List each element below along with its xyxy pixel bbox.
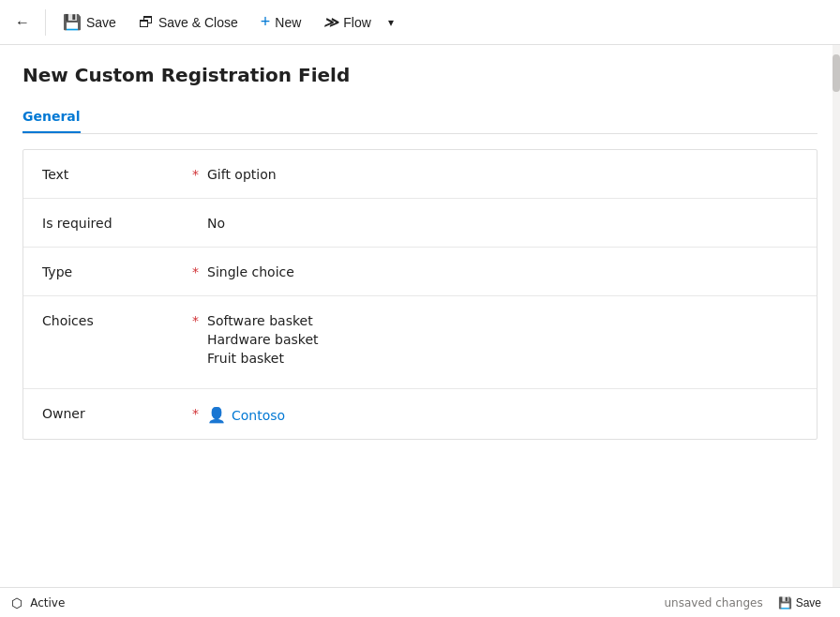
save-close-icon: 🗗 (139, 14, 154, 31)
field-value-is-required[interactable]: No (207, 214, 798, 231)
required-star-type: * (192, 263, 207, 279)
scrollbar-thumb[interactable] (832, 54, 840, 92)
status-left: ⬡ Active (11, 595, 65, 610)
status-save-icon: 💾 (778, 596, 792, 609)
scrollbar-track[interactable] (832, 45, 840, 587)
field-label-choices: Choices (42, 311, 192, 328)
back-icon: ← (15, 14, 30, 31)
form-row-owner: Owner * 👤 Contoso (23, 389, 817, 439)
status-save-button[interactable]: 💾 Save (771, 593, 829, 613)
tab-general[interactable]: General (22, 101, 81, 133)
choice-item-2: Fruit basket (207, 351, 798, 366)
status-indicator-icon: ⬡ (11, 595, 22, 610)
save-close-button[interactable]: 🗗 Save & Close (129, 8, 248, 37)
flow-chevron-button[interactable]: ▾ (384, 10, 398, 35)
field-label-owner: Owner (42, 404, 192, 421)
back-button[interactable]: ← (8, 8, 38, 38)
field-label-type: Type (42, 263, 192, 279)
save-label: Save (86, 15, 116, 30)
new-icon: + (261, 12, 271, 32)
save-close-label: Save & Close (158, 15, 238, 30)
field-value-owner[interactable]: 👤 Contoso (207, 404, 798, 424)
toolbar-divider (45, 9, 46, 36)
field-value-text[interactable]: Gift option (207, 165, 798, 182)
field-label-text: Text (42, 165, 192, 182)
owner-name: Contoso (232, 408, 285, 423)
status-save-label: Save (796, 596, 821, 609)
form-row-is-required: Is required No (23, 199, 817, 248)
required-star-text: * (192, 165, 207, 182)
page-wrapper: New Custom Registration Field General Te… (0, 45, 840, 587)
flow-icon: ≫ (323, 14, 338, 31)
flow-button[interactable]: ≫ Flow (314, 8, 381, 37)
form-section: Text * Gift option Is required No Type *… (22, 149, 818, 440)
status-right: unsaved changes 💾 Save (664, 593, 829, 613)
form-row-choices: Choices * Software basket Hardware baske… (23, 296, 817, 389)
choices-list: Software basket Hardware basket Fruit ba… (207, 313, 798, 366)
form-row-type: Type * Single choice (23, 248, 817, 296)
toolbar: ← 💾 Save 🗗 Save & Close + New ≫ Flow ▾ (0, 0, 840, 45)
unsaved-changes-text: unsaved changes (664, 596, 762, 609)
required-star-choices: * (192, 311, 207, 328)
tabs-container: General (22, 101, 818, 134)
new-label: New (275, 15, 301, 30)
chevron-down-icon: ▾ (388, 16, 394, 29)
owner-person-icon: 👤 (207, 406, 226, 424)
choice-item-1: Hardware basket (207, 332, 798, 347)
main-content: New Custom Registration Field General Te… (0, 45, 840, 587)
new-button[interactable]: + New (251, 7, 311, 38)
flow-label: Flow (343, 15, 371, 30)
page-title: New Custom Registration Field (22, 64, 818, 86)
save-icon: 💾 (63, 13, 82, 31)
required-star-owner: * (192, 404, 207, 421)
save-button[interactable]: 💾 Save (53, 8, 126, 37)
field-label-is-required: Is required (42, 214, 192, 231)
field-value-choices: Software basket Hardware basket Fruit ba… (207, 311, 798, 366)
status-text: Active (30, 596, 65, 609)
choice-item-0: Software basket (207, 313, 798, 328)
form-row-text: Text * Gift option (23, 150, 817, 199)
field-value-type[interactable]: Single choice (207, 263, 798, 279)
no-required-star-is-required (192, 214, 207, 231)
status-bar: ⬡ Active unsaved changes 💾 Save (0, 587, 840, 617)
